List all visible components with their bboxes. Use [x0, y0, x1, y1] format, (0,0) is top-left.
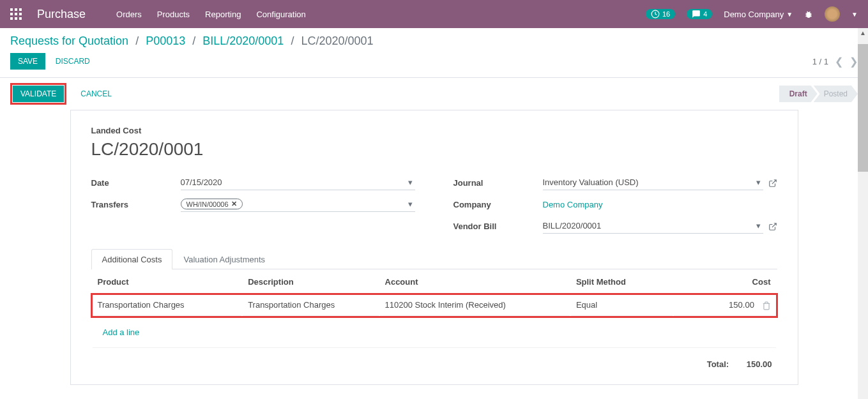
save-button[interactable]: Save	[10, 53, 45, 70]
pager-prev-icon[interactable]: ❮	[835, 56, 843, 68]
validate-button[interactable]: Validate	[13, 86, 64, 102]
activity-count: 16	[662, 10, 670, 18]
nav-products[interactable]: Products	[157, 10, 190, 19]
journal-input[interactable]: Inventory Valuation (USD) ▾	[543, 175, 763, 190]
th-account: Account	[380, 271, 570, 294]
cell-description[interactable]: Transportation Charges	[243, 295, 378, 316]
topbar-right: 16 4 Demo Company ▼ ▼	[646, 6, 858, 22]
th-description: Description	[243, 271, 378, 294]
activity-badge[interactable]: 16	[646, 9, 675, 19]
company-selector[interactable]: Demo Company ▼	[724, 10, 793, 19]
chat-icon	[692, 10, 701, 19]
company-link[interactable]: Demo Company	[543, 197, 777, 212]
cell-cost[interactable]: 150.00	[674, 295, 775, 316]
svg-rect-7	[15, 17, 17, 20]
add-line-link[interactable]: Add a line	[98, 322, 145, 342]
form-title: LC/2020/0001	[91, 139, 777, 160]
svg-rect-1	[15, 8, 17, 11]
form-row: Date 07/15/2020 ▾ Transfers WH/IN/00006 …	[91, 175, 777, 234]
vendor-bill-value: BILL/2020/0001	[543, 221, 602, 230]
th-split-method: Split Method	[571, 271, 673, 294]
breadcrumb-current: LC/2020/0001	[301, 34, 373, 47]
cancel-button[interactable]: Cancel	[73, 83, 119, 105]
transfer-tag-label: WH/IN/00006	[187, 200, 229, 208]
add-line-row: Add a line	[93, 317, 776, 348]
breadcrumb-sep: /	[291, 34, 294, 47]
cell-split-method[interactable]: Equal	[571, 295, 673, 316]
total-label: Total:	[707, 359, 729, 369]
discard-button[interactable]: Discard	[48, 53, 98, 70]
breadcrumb-bar: Requests for Quotation / P00013 / BILL/2…	[0, 28, 868, 48]
status-draft[interactable]: Draft	[779, 86, 818, 102]
svg-rect-4	[15, 13, 17, 15]
pager-next-icon[interactable]: ❯	[849, 56, 858, 68]
nav-reporting[interactable]: Reporting	[205, 10, 241, 19]
messages-count: 4	[703, 10, 707, 18]
user-avatar[interactable]	[825, 6, 840, 22]
table-row[interactable]: Transportation Charges Transportation Ch…	[93, 295, 776, 316]
cost-table: Product Description Account Split Method…	[91, 269, 777, 349]
delete-row-icon[interactable]	[762, 300, 771, 310]
breadcrumb-bill[interactable]: BILL/2020/0001	[202, 34, 284, 47]
status-posted[interactable]: Posted	[814, 86, 858, 102]
cost-value: 150.00	[729, 300, 754, 310]
tabs: Additional Costs Valuation Adjustments	[91, 249, 777, 269]
journal-value: Inventory Valuation (USD)	[543, 177, 639, 187]
form-col-right: Journal Inventory Valuation (USD) ▾ Comp…	[453, 175, 777, 234]
status-bar: Validate Cancel Draft Posted	[0, 78, 868, 110]
form-col-left: Date 07/15/2020 ▾ Transfers WH/IN/00006 …	[91, 175, 415, 234]
pager: 1 / 1 ❮ ❯	[812, 56, 858, 68]
cell-product[interactable]: Transportation Charges	[93, 295, 242, 316]
transfer-tag[interactable]: WH/IN/00006 ✕	[181, 199, 243, 209]
form-title-label: Landed Cost	[91, 126, 777, 135]
total-row: Total: 150.00	[91, 349, 777, 369]
nav-configuration[interactable]: Configuration	[256, 10, 305, 19]
vendor-bill-dropdown-icon[interactable]: ▾	[754, 221, 763, 230]
apps-icon[interactable]	[10, 8, 22, 20]
user-menu-caret[interactable]: ▼	[851, 11, 858, 18]
breadcrumb-po[interactable]: P00013	[146, 34, 185, 47]
th-cost: Cost	[674, 271, 775, 294]
action-bar: Save Discard 1 / 1 ❮ ❯	[0, 48, 868, 78]
date-input[interactable]: 07/15/2020 ▾	[181, 175, 415, 190]
tag-remove-icon[interactable]: ✕	[231, 200, 237, 208]
date-dropdown-icon[interactable]: ▾	[406, 177, 415, 187]
journal-external-link-icon[interactable]	[768, 177, 777, 188]
scrollbar-thumb[interactable]	[858, 44, 868, 172]
tab-additional-costs[interactable]: Additional Costs	[91, 249, 173, 269]
transfers-dropdown-icon[interactable]: ▾	[406, 199, 415, 209]
total-value: 150.00	[747, 359, 772, 369]
journal-dropdown-icon[interactable]: ▾	[754, 177, 763, 187]
svg-rect-2	[19, 8, 22, 11]
clock-icon	[651, 10, 660, 19]
debug-icon[interactable]	[804, 9, 813, 19]
caret-down-icon: ▼	[786, 11, 793, 18]
status-steps: Draft Posted	[779, 86, 858, 102]
vendor-bill-external-link-icon[interactable]	[768, 221, 777, 231]
company-label: Company	[453, 200, 543, 209]
transfers-label: Transfers	[91, 200, 181, 209]
th-product: Product	[93, 271, 242, 294]
breadcrumb-rfq[interactable]: Requests for Quotation	[10, 34, 128, 47]
nav-orders[interactable]: Orders	[116, 10, 142, 19]
date-label: Date	[91, 178, 181, 188]
transfers-input[interactable]: WH/IN/00006 ✕ ▾	[181, 197, 415, 212]
table-header-row: Product Description Account Split Method…	[93, 271, 776, 294]
field-vendor-bill: Vendor Bill BILL/2020/0001 ▾	[453, 218, 777, 234]
vendor-bill-input[interactable]: BILL/2020/0001 ▾	[543, 218, 763, 234]
form-sheet: Landed Cost LC/2020/0001 Date 07/15/2020…	[70, 110, 798, 385]
topbar: Purchase Orders Products Reporting Confi…	[0, 0, 868, 28]
svg-rect-6	[10, 17, 13, 20]
cell-account[interactable]: 110200 Stock Interim (Received)	[380, 295, 570, 316]
messages-badge[interactable]: 4	[687, 9, 712, 19]
tab-valuation-adjustments[interactable]: Valuation Adjustments	[172, 249, 276, 269]
action-left: Save Discard	[10, 53, 98, 70]
nav-menu: Orders Products Reporting Configuration	[116, 10, 646, 19]
journal-label: Journal	[453, 178, 543, 188]
svg-rect-8	[19, 17, 22, 20]
scrollbar[interactable]: ▲	[858, 28, 868, 385]
app-title[interactable]: Purchase	[37, 8, 86, 21]
scroll-up-icon[interactable]: ▲	[858, 28, 868, 38]
status-left: Validate Cancel	[10, 83, 119, 105]
breadcrumb-sep: /	[192, 34, 195, 47]
